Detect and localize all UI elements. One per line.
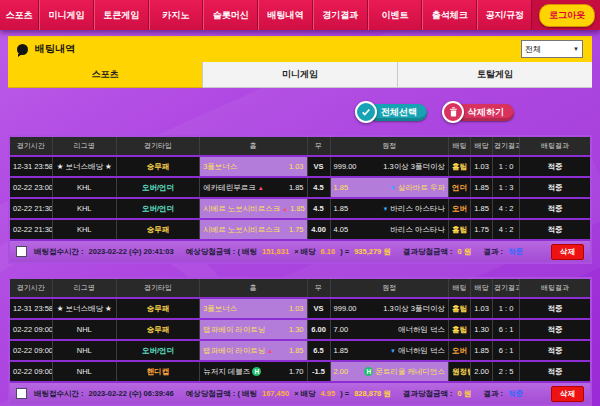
receipt-time-label: 배팅접수시간 : (34, 247, 84, 257)
bet-pick-cell: 홈팀 (448, 156, 470, 177)
result-amount-label: 결과당첨금액 : (403, 389, 453, 399)
actions-row: 전체선택 삭제하기 (8, 101, 514, 123)
slip-checkbox[interactable] (16, 388, 27, 399)
column-header: 배팅 (448, 279, 470, 298)
bet-slip: 경기시간리그명경기타입홈무원정배팅배당경기결과배팅결과12-31 23:58★ … (8, 277, 592, 406)
result-cell: 적중 (520, 319, 590, 340)
away-team-name: 바리스 아스타나 (390, 225, 445, 235)
expected-amount: 828,878 원 (354, 389, 391, 399)
match-type-cell: 오버/언더 (116, 198, 199, 219)
column-header: 배팅 (448, 137, 470, 156)
slip-footer: 배팅접수시간 :2023-02-22 (수) 20:41:03 예상당첨금액 :… (10, 241, 590, 262)
nav-item[interactable]: 배팅내역 (258, 0, 313, 30)
betting-history-icon (17, 44, 28, 55)
logout-button[interactable]: 로그아웃 (539, 4, 595, 27)
away-cell: 999.001.3이상 3폴더이상 (330, 298, 448, 319)
result-amount: 0 원 (458, 247, 472, 257)
match-type-cell: 오버/언더 (116, 177, 199, 198)
tab-bar: 스포츠미니게임토탈게임 (8, 62, 592, 88)
match-time-cell: 02-22 09:00 (10, 319, 52, 340)
filter-select[interactable]: 전체 ▼ (521, 40, 583, 58)
bet-pick-cell: 원정팀 (448, 361, 470, 382)
column-header: 무 (307, 279, 330, 298)
draw-cell: -1.5 (307, 361, 330, 382)
total-odds: 6.16 (321, 247, 336, 256)
away-cell: 1.85▼바리스 아스타나 (330, 198, 448, 219)
tab[interactable]: 토탈게임 (398, 62, 592, 88)
nav-item[interactable]: 출석체크 (422, 0, 477, 30)
home-odds: 1.03 (289, 162, 304, 171)
slip-result: 적중 (508, 389, 523, 399)
receipt-time-value: 2023-02-22 (수) 20:41:03 (89, 247, 174, 257)
league-cell: ★ 보너스배당 ★ (52, 156, 116, 177)
nav-item[interactable]: 스포츠 (0, 0, 39, 30)
column-header: 무 (307, 137, 330, 156)
nav-item[interactable]: 이벤트 (368, 0, 423, 30)
score-cell: 1 : 0 (493, 298, 520, 319)
draw-cell: VS (307, 156, 330, 177)
score-cell: 1 : 3 (493, 177, 520, 198)
tab[interactable]: 미니게임 (203, 62, 398, 88)
bet-pick-cell: 홈팀 (448, 219, 470, 240)
bet-pick-cell: 오버 (448, 198, 470, 219)
match-type-cell: 승무패 (116, 219, 199, 240)
home-cell: 에카테린부르크▲1.85 (200, 177, 307, 198)
check-icon (355, 101, 377, 123)
trash-icon (442, 101, 464, 123)
delete-all-button[interactable]: 삭제하기 (442, 101, 514, 123)
nav-item[interactable]: 공지/규정 (477, 0, 532, 30)
away-cell: 999.001.3이상 3폴더이상 (330, 156, 448, 177)
league-cell: NHL (52, 319, 116, 340)
score-cell: 4 : 2 (493, 219, 520, 240)
column-header: 경기타입 (116, 279, 199, 298)
league-cell: KHL (52, 198, 116, 219)
result-amount: 0 원 (458, 389, 472, 399)
home-odds: 1.85 (289, 183, 304, 192)
away-odds: 999.00 (334, 162, 357, 171)
expected-label: 예상당첨금액 : ( 배팅 (186, 247, 257, 257)
column-header: 경기결과 (493, 279, 520, 298)
odds-label: × 배당 (294, 389, 315, 399)
handicap-icon: H (252, 367, 261, 376)
score-cell: 2 : 5 (493, 361, 520, 382)
bet-slip: 경기시간리그명경기타입홈무원정배팅배당경기결과배팅결과12-31 23:58★ … (8, 135, 592, 264)
away-team-name: 애너하임 덕스 (398, 325, 445, 335)
slip-checkbox[interactable] (16, 246, 27, 257)
nav-item[interactable]: 토큰게임 (94, 0, 149, 30)
match-time-cell: 02-22 09:00 (10, 340, 52, 361)
delete-slip-button[interactable]: 삭제 (551, 386, 584, 402)
result-amount-label: 결과당첨금액 : (403, 247, 453, 257)
league-cell: KHL (52, 177, 116, 198)
home-cell: 3폴보너스1.03 (200, 156, 307, 177)
down-marker-icon: ▼ (382, 206, 388, 212)
column-header: 배당 (471, 137, 493, 156)
home-odds: 1.85 (289, 346, 304, 355)
match-row: 02-22 23:00KHL오버/언더에카테린부르크▲1.854.51.85▼살… (10, 177, 590, 198)
home-team-name: 3폴보너스 (203, 304, 237, 314)
nav-item[interactable]: 미니게임 (39, 0, 94, 30)
column-header: 경기시간 (10, 137, 52, 156)
column-header: 원정 (330, 279, 448, 298)
filter-selected-value: 전체 (525, 44, 541, 55)
nav-item[interactable]: 카지노 (149, 0, 204, 30)
away-team-name: 바리스 아스타나 (390, 204, 445, 214)
home-cell: 뉴저지 데블즈H1.70 (200, 361, 307, 382)
nav-item[interactable]: 슬롯머신 (203, 0, 258, 30)
bet-amount: 167,450 (262, 389, 289, 398)
away-odds: 999.00 (334, 304, 357, 313)
column-header: 리그명 (52, 137, 116, 156)
up-marker-icon: ▲ (258, 185, 264, 191)
select-all-button[interactable]: 전체선택 (355, 101, 427, 123)
result-label: 결과 : (483, 247, 503, 257)
away-team-name: 몬트리올 캐네디언스 (375, 367, 445, 377)
bet-pick-cell: 언더 (448, 177, 470, 198)
result-cell: 적중 (520, 361, 590, 382)
nav-item[interactable]: 경기결과 (313, 0, 368, 30)
tab[interactable]: 스포츠 (8, 62, 203, 88)
odds-cell: 2.00 (471, 361, 493, 382)
league-cell: NHL (52, 340, 116, 361)
bet-slips: 경기시간리그명경기타입홈무원정배팅배당경기결과배팅결과12-31 23:58★ … (8, 135, 592, 406)
result-cell: 적중 (520, 177, 590, 198)
away-team-name: 1.3이상 3폴더이상 (383, 162, 445, 172)
delete-slip-button[interactable]: 삭제 (551, 244, 584, 260)
